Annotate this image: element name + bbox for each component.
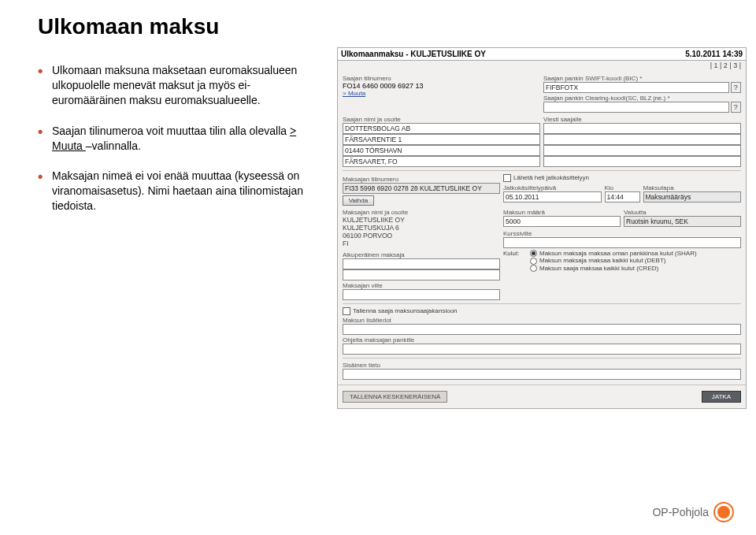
- orig-payer-2[interactable]: [343, 269, 500, 281]
- app-datetime: 5.10.2011 14:39: [685, 50, 743, 58]
- lbl-rate-ref: Kurssiviite: [503, 230, 741, 237]
- swift-input[interactable]: FIFBFOTX: [543, 82, 729, 93]
- divider: [343, 303, 741, 304]
- extra-input[interactable]: [343, 324, 741, 335]
- lbl-payer-name: Maksajan nimi ja osoite: [343, 209, 500, 216]
- rate-ref-input[interactable]: [503, 237, 741, 248]
- lbl-amount: Maksun määrä: [503, 209, 621, 216]
- lbl-save-payee: Tallenna saaja maksunsaajakansioon: [353, 307, 458, 314]
- bank-instr-input[interactable]: [343, 344, 741, 355]
- date-input[interactable]: 05.10.2011: [503, 191, 602, 202]
- lbl-fee-shar: Maksun maksaja maksaa oman pankkinsa kul…: [539, 250, 697, 257]
- pager: | 1 | 2 | 3 |: [338, 61, 746, 70]
- lbl-internal: Sisäinen tieto: [343, 362, 741, 369]
- lbl-currency: Valuutta: [624, 209, 741, 216]
- lbl-payer-ref: Maksajan viite: [343, 282, 741, 289]
- lbl-fee-cred: Maksun saaja maksaa kaikki kulut (CRED): [539, 265, 658, 272]
- slide-title: Ulkomaan maksu: [0, 0, 756, 39]
- divider: [338, 385, 746, 385]
- lbl-batch-date: Jatkokäsittelypäivä: [503, 184, 602, 191]
- time-input[interactable]: 14:44: [605, 191, 640, 202]
- payer-ref-input[interactable]: [343, 289, 500, 300]
- lbl-orig-payer: Alkuperäinen maksaja: [343, 251, 500, 258]
- lbl-swift: Saajan pankin SWIFT-koodi (BIC) *: [543, 75, 741, 82]
- save-draft-button[interactable]: TALLENNA KESKENERÄISENÄ: [343, 391, 447, 403]
- lbl-payee-account: Saajan tilinumero: [343, 75, 540, 82]
- divider: [343, 358, 741, 359]
- help-icon[interactable]: ?: [731, 82, 741, 93]
- lbl-payee-name: Saajan nimi ja osoite: [343, 116, 540, 123]
- lbl-message: Viesti saajalle: [543, 116, 741, 123]
- brand-icon: [713, 502, 734, 522]
- send-now-checkbox[interactable]: [503, 174, 511, 182]
- bullet-3: Maksajan nimeä ei voi enää muuttaa (kyse…: [38, 169, 321, 214]
- help-icon[interactable]: ?: [731, 102, 741, 113]
- lbl-bank-instr: Ohjeita maksajan pankille: [343, 336, 741, 344]
- lbl-fees: Kulut:: [503, 250, 525, 272]
- payee-name-4[interactable]: FÄRSAARET, FO: [343, 156, 540, 167]
- payee-name-1[interactable]: DOTTERSBOLAG AB: [343, 123, 540, 134]
- bullet-2-text: Saajan tilinumeroa voit muuttaa tilin al…: [52, 124, 290, 137]
- amount-input[interactable]: 5000: [503, 216, 621, 227]
- orig-payer-1[interactable]: [343, 258, 500, 269]
- vaihda-button[interactable]: Vaihda: [343, 195, 374, 206]
- payer-name-2: KULJETUSKUJA 6: [343, 224, 500, 232]
- continue-button[interactable]: JATKA: [702, 391, 741, 403]
- lbl-klo: Klo: [605, 184, 640, 191]
- payee-name-3[interactable]: 01440 TÓRSHAVN: [343, 145, 540, 156]
- bullet-2-tail: –valinnalla.: [86, 139, 141, 152]
- fee-debt-radio[interactable]: [530, 258, 537, 265]
- app-titlebar: Ulkomaanmaksu - KULJETUSLIIKE OY 5.10.20…: [338, 48, 746, 61]
- lbl-payer-account: Maksajan tilinumero: [343, 176, 500, 183]
- msg-4[interactable]: [543, 156, 741, 167]
- msg-2[interactable]: [543, 134, 741, 145]
- msg-3[interactable]: [543, 145, 741, 156]
- clearing-input[interactable]: [543, 102, 729, 113]
- payee-name-2[interactable]: FÄRSAARENTIE 1: [343, 134, 540, 145]
- save-payee-checkbox[interactable]: [343, 307, 350, 315]
- msg-1[interactable]: [543, 123, 741, 134]
- payer-account-select[interactable]: FI33 5998 6920 0278 28 KULJETUSLIIKE OY: [343, 183, 500, 194]
- currency-select[interactable]: Ruotsin kruunu, SEK: [624, 216, 741, 227]
- payment-type-select[interactable]: Maksumääräys: [643, 191, 742, 202]
- payer-name-3: 06100 PORVOO: [343, 232, 500, 240]
- lbl-clearing: Saajan pankin Clearing-koodi(SC, BLZ jne…: [543, 95, 741, 102]
- payer-name-4: FI: [343, 240, 500, 247]
- payer-name-1: KULJETUSLIIKE OY: [343, 216, 500, 224]
- change-account-link[interactable]: > Muuta: [343, 90, 540, 97]
- lbl-fee-debt: Maksun maksaja maksaa kaikki kulut (DEBT…: [539, 257, 666, 264]
- bullet-2: Saajan tilinumeroa voit muuttaa tilin al…: [38, 124, 321, 154]
- payee-account-value: FO14 6460 0009 6927 13: [343, 82, 540, 90]
- brand-text: OP-Pohjola: [652, 506, 709, 518]
- divider: [343, 170, 741, 171]
- lbl-send-now: Lähetä heti jatkokäsittelyyn: [513, 174, 589, 181]
- brand-logo: OP-Pohjola: [652, 502, 734, 522]
- fee-cred-radio[interactable]: [530, 265, 537, 272]
- app-screenshot: Ulkomaanmaksu - KULJETUSLIIKE OY 5.10.20…: [337, 47, 747, 409]
- fee-shar-radio[interactable]: [530, 250, 537, 257]
- bullet-list: Ulkomaan maksuna maksetaan euromaksualue…: [38, 63, 321, 229]
- lbl-extra: Maksun lisätiedot: [343, 317, 741, 324]
- internal-input[interactable]: [343, 369, 741, 380]
- bullet-1: Ulkomaan maksuna maksetaan euromaksualue…: [38, 63, 321, 108]
- app-title: Ulkomaanmaksu - KULJETUSLIIKE OY: [341, 50, 486, 58]
- lbl-payment-type: Maksutapa: [643, 184, 742, 191]
